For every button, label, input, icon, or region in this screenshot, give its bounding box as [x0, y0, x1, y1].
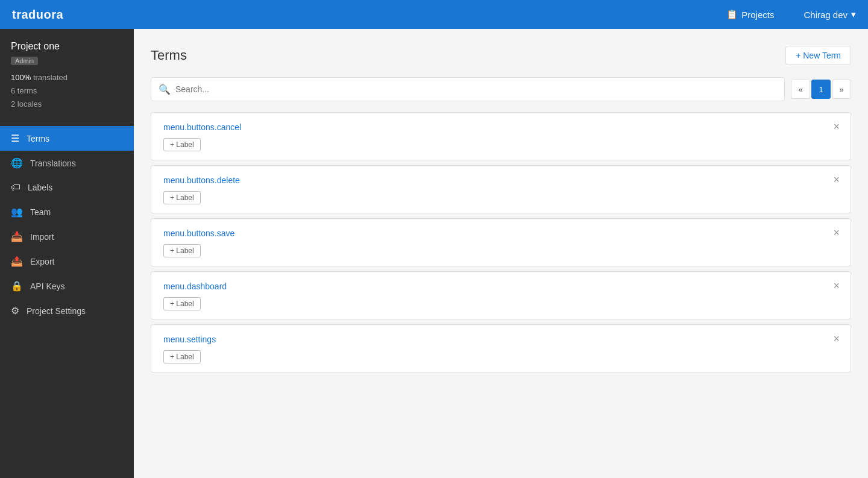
projects-label: Projects	[741, 10, 774, 20]
logo: traduora	[12, 8, 726, 22]
stat-translated: 100% translated	[11, 71, 123, 84]
term-name: menu.buttons.cancel	[163, 122, 838, 132]
sidebar-divider	[0, 122, 134, 122]
new-term-button[interactable]: + New Term	[785, 46, 851, 65]
sidebar-item-labels[interactable]: 🏷 Labels	[0, 175, 134, 200]
pagination-prev[interactable]: «	[791, 80, 810, 99]
team-icon: 👥	[11, 206, 23, 218]
term-name: menu.buttons.save	[163, 228, 838, 238]
stat-locales: 2 locales	[11, 98, 123, 111]
term-name: menu.dashboard	[163, 281, 838, 291]
term-close-button[interactable]: ×	[833, 227, 840, 238]
export-icon: 📤	[11, 256, 23, 267]
term-name: menu.settings	[163, 335, 838, 344]
term-actions-row: + Label	[163, 244, 838, 257]
sidebar-item-team-label: Team	[30, 207, 51, 217]
user-menu[interactable]: 👤 Chirag dev ▾	[788, 9, 856, 20]
sidebar-item-labels-label: Labels	[28, 183, 52, 192]
main-content: Terms + New Term 🔍 « 1 » menu.buttons.ca…	[134, 29, 868, 478]
term-actions-row: + Label	[163, 191, 838, 204]
sidebar-item-terms[interactable]: ☰ Terms	[0, 126, 134, 151]
admin-badge: Admin	[11, 57, 38, 65]
term-card: menu.settings + Label ×	[151, 324, 851, 373]
stat-percent: 100%	[11, 73, 31, 82]
projects-link[interactable]: 📋 Projects	[726, 9, 774, 20]
labels-icon: 🏷	[11, 182, 20, 193]
topnav: traduora 📋 Projects 👤 Chirag dev ▾	[0, 0, 868, 29]
term-close-button[interactable]: ×	[833, 174, 840, 185]
sidebar-item-translations[interactable]: 🌐 Translations	[0, 151, 134, 175]
projects-icon: 📋	[726, 9, 738, 20]
sidebar-item-export[interactable]: 📤 Export	[0, 249, 134, 274]
sidebar-item-translations-label: Translations	[30, 159, 76, 168]
sidebar-item-terms-label: Terms	[27, 134, 49, 143]
sidebar-stats: 100% translated 6 terms 2 locales	[11, 71, 123, 111]
translations-icon: 🌐	[11, 157, 23, 169]
add-label-button[interactable]: + Label	[163, 138, 201, 151]
sidebar-item-project-settings-label: Project Settings	[27, 306, 86, 316]
term-actions-row: + Label	[163, 138, 838, 151]
sidebar-item-project-settings[interactable]: ⚙ Project Settings	[0, 298, 134, 323]
search-row: 🔍 « 1 »	[151, 77, 851, 101]
term-close-button[interactable]: ×	[833, 121, 840, 132]
search-input[interactable]	[175, 84, 777, 94]
sidebar-item-import-label: Import	[30, 232, 54, 242]
add-label-button[interactable]: + Label	[163, 297, 201, 310]
term-card: menu.buttons.cancel + Label ×	[151, 112, 851, 160]
page-header: Terms + New Term	[151, 46, 851, 65]
add-label-button[interactable]: + Label	[163, 350, 201, 363]
sidebar-item-export-label: Export	[30, 257, 54, 266]
topnav-right: 📋 Projects 👤 Chirag dev ▾	[726, 9, 856, 20]
api-keys-icon: 🔒	[11, 280, 23, 292]
chevron-down-icon: ▾	[851, 9, 856, 20]
term-name: menu.buttons.delete	[163, 175, 838, 185]
term-actions-row: + Label	[163, 297, 838, 310]
sidebar-item-import[interactable]: 📥 Import	[0, 224, 134, 249]
search-box: 🔍	[151, 77, 785, 101]
stat-terms: 6 terms	[11, 84, 123, 98]
search-icon: 🔍	[159, 84, 171, 95]
project-settings-icon: ⚙	[11, 305, 19, 316]
pagination-next[interactable]: »	[832, 80, 851, 99]
user-label: Chirag dev	[804, 10, 848, 20]
project-name: Project one	[11, 41, 123, 52]
term-card: menu.dashboard + Label ×	[151, 271, 851, 319]
sidebar-item-api-keys-label: API Keys	[30, 281, 65, 291]
page-title: Terms	[151, 48, 187, 63]
import-icon: 📥	[11, 231, 23, 242]
terms-list: menu.buttons.cancel + Label × menu.butto…	[151, 112, 851, 373]
user-avatar-icon: 👤	[788, 9, 800, 20]
stat-translated-label: translated	[33, 73, 68, 82]
add-label-button[interactable]: + Label	[163, 244, 201, 257]
pagination-current[interactable]: 1	[811, 80, 831, 99]
layout: Project one Admin 100% translated 6 term…	[0, 29, 868, 478]
terms-icon: ☰	[11, 133, 19, 144]
add-label-button[interactable]: + Label	[163, 191, 201, 204]
sidebar-project-info: Project one Admin 100% translated 6 term…	[0, 29, 134, 118]
term-card: menu.buttons.delete + Label ×	[151, 165, 851, 213]
sidebar-nav: ☰ Terms 🌐 Translations 🏷 Labels 👥 Team 📥…	[0, 126, 134, 478]
sidebar-item-api-keys[interactable]: 🔒 API Keys	[0, 274, 134, 298]
term-card: menu.buttons.save + Label ×	[151, 218, 851, 266]
term-close-button[interactable]: ×	[833, 280, 840, 291]
pagination: « 1 »	[791, 80, 851, 99]
term-actions-row: + Label	[163, 350, 838, 363]
sidebar: Project one Admin 100% translated 6 term…	[0, 29, 134, 478]
sidebar-item-team[interactable]: 👥 Team	[0, 200, 134, 224]
term-close-button[interactable]: ×	[833, 333, 840, 344]
